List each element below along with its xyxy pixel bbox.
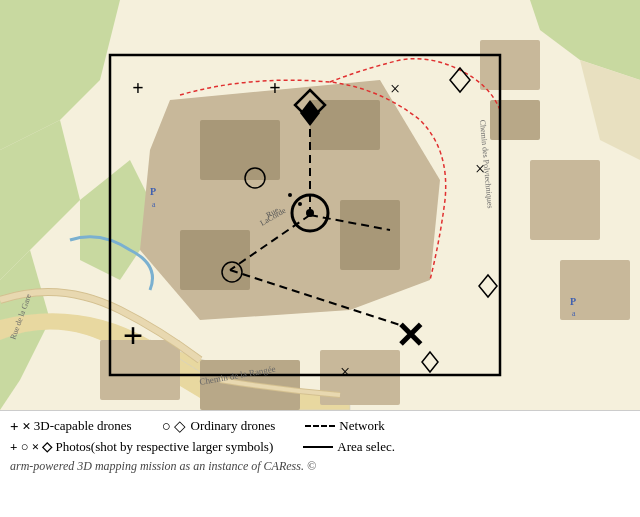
legend-photos-label: Photos(shot by respective larger symbols… [55,439,273,455]
legend-ordinary-drones: ○ ◇ Ordinary drones [162,417,276,435]
legend-row2: + ○ × ◇ Photos(shot by respective larger… [10,439,630,455]
svg-text:a: a [572,309,576,318]
svg-text:+: + [132,77,143,99]
legend-3d-drones: + × 3D-capable drones [10,418,132,435]
legend-ordinary-symbol: ○ ◇ [162,417,187,435]
svg-text:×: × [340,362,350,382]
area-line-symbol [303,446,333,448]
svg-text:+: + [269,77,280,99]
svg-rect-13 [490,100,540,140]
svg-text:×: × [390,79,400,99]
legend-network: Network [305,418,385,434]
caption-text: arm-powered 3D mapping mission as an ins… [10,459,316,473]
legend-ordinary-label: Ordinary drones [191,418,276,434]
svg-point-50 [298,202,302,206]
svg-text:×: × [475,159,485,179]
legend-row1: + × 3D-capable drones ○ ◇ Ordinary drone… [10,417,630,435]
legend-area: + × 3D-capable drones ○ ◇ Ordinary drone… [0,410,640,517]
svg-rect-14 [530,160,600,240]
svg-point-49 [288,193,292,197]
legend-caption: arm-powered 3D mapping mission as an ins… [10,459,630,474]
legend-3d-label: 3D-capable drones [34,418,132,434]
legend-area-selec: Area selec. [303,439,395,455]
svg-text:P: P [570,296,576,307]
legend-network-label: Network [339,418,385,434]
svg-text:P: P [150,186,156,197]
svg-rect-15 [560,260,630,320]
svg-rect-8 [200,120,280,180]
svg-rect-12 [480,40,540,90]
legend-area-label: Area selec. [337,439,395,455]
svg-rect-11 [180,230,250,290]
legend-photos: + ○ × ◇ Photos(shot by respective larger… [10,439,273,455]
svg-text:+: + [123,316,144,356]
svg-text:✕: ✕ [395,316,425,356]
svg-text:a: a [152,200,156,209]
legend-photos-symbol: + ○ × ◇ [10,439,52,455]
svg-rect-9 [310,100,380,150]
map-container: Chemin de la Rangée Rue de la Gare Chemi… [0,0,640,410]
svg-rect-10 [340,200,400,270]
legend-3d-symbol: + × [10,418,31,435]
network-line-symbol [305,425,335,427]
svg-point-46 [306,209,314,217]
